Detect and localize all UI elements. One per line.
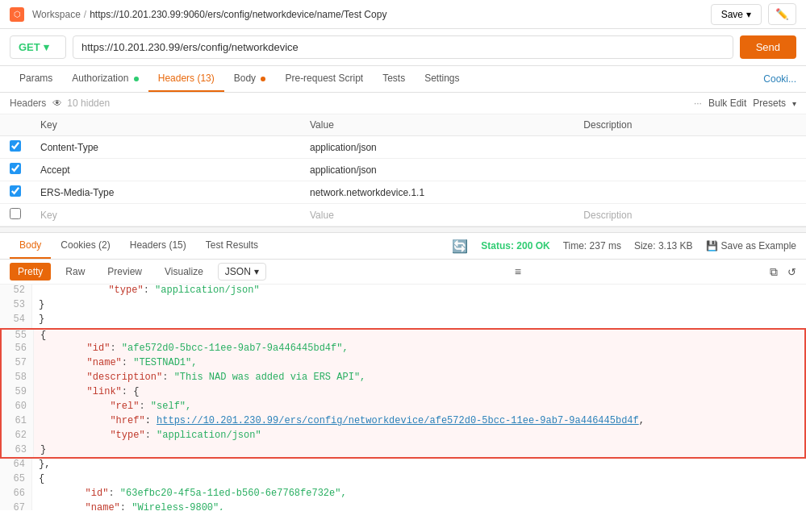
line-number: 55 (2, 330, 34, 343)
url-input[interactable] (73, 35, 733, 59)
raw-button[interactable]: Raw (57, 263, 93, 281)
line-number: 52 (0, 285, 32, 299)
table-row-empty: Key Value Description (0, 204, 806, 227)
line-content: "name": "Wireless-9800", (32, 502, 231, 510)
row4-key[interactable]: Key (31, 204, 300, 227)
line-content: } (32, 314, 51, 328)
rtab-headers[interactable]: Headers (15) (120, 233, 196, 259)
method-label: GET (19, 41, 40, 53)
json-body[interactable]: 52 "type": "application/json"53}54}55{56… (0, 285, 806, 510)
row1-value[interactable]: application/json (300, 136, 574, 159)
line-number: 56 (2, 343, 34, 357)
refresh-icon[interactable]: ↺ (787, 266, 796, 278)
line-number: 65 (0, 473, 32, 488)
cookies-link[interactable]: Cooki... (763, 67, 796, 91)
json-format-select[interactable]: JSON ▾ (218, 263, 266, 281)
eye-icon: 👁 (52, 98, 62, 109)
save-example-button[interactable]: 💾 Save as Example (706, 240, 796, 251)
top-bar: ⬡ Workspace / https://10.201.230.99:9060… (0, 0, 806, 29)
json-line: 52 "type": "application/json" (0, 285, 806, 299)
response-status: Status: 200 OK (481, 240, 549, 251)
rtab-body[interactable]: Body (10, 233, 51, 259)
row4-desc[interactable]: Description (574, 204, 806, 227)
line-number: 58 (2, 372, 34, 386)
rtab-cookies[interactable]: Cookies (2) (51, 233, 119, 259)
save-example-label: Save as Example (721, 240, 796, 251)
line-number: 53 (0, 299, 32, 314)
row3-desc[interactable] (574, 181, 806, 204)
line-content: "id": "afe572d0-5bcc-11ee-9ab7-9a446445b… (34, 343, 355, 357)
bulk-edit-button[interactable]: Bulk Edit (708, 98, 746, 109)
col-check-header (0, 114, 31, 136)
row2-key[interactable]: Accept (31, 159, 300, 181)
tab-headers[interactable]: Headers (13) (148, 66, 224, 92)
row4-value[interactable]: Value (300, 204, 574, 227)
json-line: 59 "link": { (0, 386, 806, 401)
line-content: "name": "TESTNAD1", (34, 357, 203, 372)
tab-authorization[interactable]: Authorization (62, 66, 148, 92)
response-meta: 🔄 Status: 200 OK Time: 237 ms Size: 3.13… (452, 239, 796, 254)
preview-button[interactable]: Preview (99, 263, 150, 281)
response-tabs: Body Cookies (2) Headers (15) Test Resul… (10, 233, 452, 259)
method-chevron-icon: ▾ (44, 41, 49, 53)
row2-value[interactable]: application/json (300, 159, 574, 181)
edit-button[interactable]: ✏️ (768, 3, 796, 25)
copy-icon[interactable]: ⧉ (770, 265, 778, 279)
json-line: 63} (0, 444, 806, 459)
json-line: 53} (0, 299, 806, 314)
line-number: 59 (2, 386, 34, 401)
response-bar: Body Cookies (2) Headers (15) Test Resul… (0, 233, 806, 260)
workspace-nav: ⬡ Workspace / https://10.201.230.99:9060… (10, 7, 711, 22)
save-button[interactable]: Save ▾ (711, 4, 762, 25)
json-chevron-icon: ▾ (254, 266, 259, 277)
col-desc-header: Description (574, 114, 806, 136)
json-line: 67 "name": "Wireless-9800", (0, 502, 806, 510)
visualize-button[interactable]: Visualize (157, 263, 211, 281)
json-line: 64}, (0, 459, 806, 473)
response-size: Size: 3.13 KB (634, 240, 693, 251)
rtab-test-results[interactable]: Test Results (196, 233, 268, 259)
json-line: 66 "id": "63efbc20-4f5a-11ed-b560-6e7768… (0, 488, 806, 502)
row3-checkbox[interactable] (10, 185, 21, 197)
row2-checkbox[interactable] (10, 163, 21, 174)
line-number: 64 (0, 459, 32, 473)
pretty-button[interactable]: Pretty (10, 263, 51, 281)
tab-settings[interactable]: Settings (415, 66, 469, 92)
line-number: 54 (0, 314, 32, 328)
json-line: 58 "description": "This NAD was added vi… (0, 372, 806, 386)
table-row: Content-Type application/json (0, 136, 806, 159)
row1-key[interactable]: Content-Type (31, 136, 300, 159)
line-number: 66 (0, 488, 32, 502)
presets-button[interactable]: Presets (753, 98, 786, 109)
row3-key[interactable]: ERS-Media-Type (31, 181, 300, 204)
row1-desc[interactable] (574, 136, 806, 159)
row3-value[interactable]: network.networkdevice.1.1 (300, 181, 574, 204)
href-link[interactable]: https://10.201.230.99/ers/config/network… (157, 415, 639, 426)
send-button[interactable]: Send (740, 35, 796, 59)
tab-body[interactable]: Body (224, 66, 276, 92)
row4-checkbox[interactable] (10, 208, 21, 219)
line-content: } (32, 299, 51, 314)
tab-params[interactable]: Params (10, 66, 62, 92)
line-content: "type": "application/json" (32, 285, 266, 299)
line-content: { (34, 330, 52, 343)
tab-pre-request-script[interactable]: Pre-request Script (275, 66, 373, 92)
col-value-header: Value (300, 114, 574, 136)
headers-section-label: Headers (10, 98, 46, 109)
table-row: Accept application/json (0, 159, 806, 181)
section-divider (0, 227, 806, 233)
tab-tests[interactable]: Tests (373, 66, 415, 92)
json-line: 65{ (0, 473, 806, 488)
breadcrumb-path: https://10.201.230.99:9060/ers/config/ne… (90, 9, 386, 20)
headers-label-row: Headers 👁 10 hidden ··· Bulk Edit Preset… (0, 93, 806, 114)
headers-section: Headers 👁 10 hidden ··· Bulk Edit Preset… (0, 93, 806, 227)
row1-checkbox[interactable] (10, 140, 21, 152)
method-select[interactable]: GET ▾ (10, 35, 66, 59)
line-content: } (34, 444, 52, 457)
row2-desc[interactable] (574, 159, 806, 181)
authorization-dot (134, 77, 139, 81)
line-content[interactable]: "href": https://10.201.230.99/ers/config… (34, 415, 651, 430)
json-line: 61 "href": https://10.201.230.99/ers/con… (0, 415, 806, 430)
line-number: 60 (2, 401, 34, 415)
wrap-icon[interactable]: ≡ (515, 265, 521, 278)
